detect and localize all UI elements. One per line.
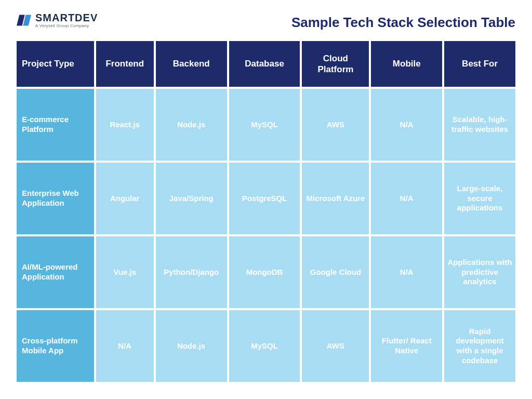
cell-backend: Python/Django [156, 236, 227, 308]
table-row: E-commerce Platform React.js Node.js MyS… [17, 89, 515, 161]
cell-cloud: Google Cloud [302, 236, 369, 308]
cell-backend: Node.js [156, 310, 227, 382]
cell-frontend: N/A [96, 310, 154, 382]
cell-mobile: N/A [371, 163, 442, 234]
brand-name: SMARTDEV [35, 12, 98, 23]
tech-stack-table: Project Type Frontend Backend Database C… [17, 41, 515, 382]
cell-database: MySQL [229, 89, 300, 161]
cell-best-for: Large-scale, secure applications [444, 163, 515, 234]
header: SMARTDEV A Verysell Group Company Sample… [17, 12, 515, 31]
cell-project-type: E-commerce Platform [17, 89, 94, 161]
cell-mobile: N/A [371, 236, 442, 308]
cell-frontend: Angular [96, 163, 154, 234]
cell-frontend: Vue.js [96, 236, 154, 308]
cell-database: MongoDB [229, 236, 300, 308]
page-title: Sample Tech Stack Selection Table [291, 15, 515, 31]
col-header-frontend: Frontend [96, 41, 154, 87]
cell-database: MySQL [229, 310, 300, 382]
brand-logo-icon [17, 13, 31, 28]
table-row: Enterprise Web Application Angular Java/… [17, 163, 515, 234]
cell-database: PostgreSQL [229, 163, 300, 234]
cell-mobile: Flutter/ React Native [371, 310, 442, 382]
cell-best-for: Rapid development with a single codebase [444, 310, 515, 382]
cell-project-type: Cross-platform Mobile App [17, 310, 94, 382]
cell-backend: Node.js [156, 89, 227, 161]
col-header-database: Database [229, 41, 300, 87]
col-header-mobile: Mobile [371, 41, 442, 87]
cell-best-for: Scalable, high-traffic websites [444, 89, 515, 161]
cell-project-type: AI/ML-powered Application [17, 236, 94, 308]
cell-best-for: Applications with predictive analytics [444, 236, 515, 308]
cell-cloud: AWS [302, 310, 369, 382]
cell-cloud: AWS [302, 89, 369, 161]
col-header-best-for: Best For [444, 41, 515, 87]
cell-backend: Java/Spring [156, 163, 227, 234]
table-row: AI/ML-powered Application Vue.js Python/… [17, 236, 515, 308]
col-header-backend: Backend [156, 41, 227, 87]
col-header-cloud: Cloud Platform [302, 41, 369, 87]
cell-project-type: Enterprise Web Application [17, 163, 94, 234]
table-header-row: Project Type Frontend Backend Database C… [17, 41, 515, 87]
cell-frontend: React.js [96, 89, 154, 161]
brand-logo: SMARTDEV A Verysell Group Company [17, 12, 98, 28]
brand-text: SMARTDEV A Verysell Group Company [35, 12, 98, 28]
brand-tagline: A Verysell Group Company [35, 24, 98, 28]
cell-mobile: N/A [371, 89, 442, 161]
cell-cloud: Microsoft Azure [302, 163, 369, 234]
table-row: Cross-platform Mobile App N/A Node.js My… [17, 310, 515, 382]
col-header-project-type: Project Type [17, 41, 94, 87]
